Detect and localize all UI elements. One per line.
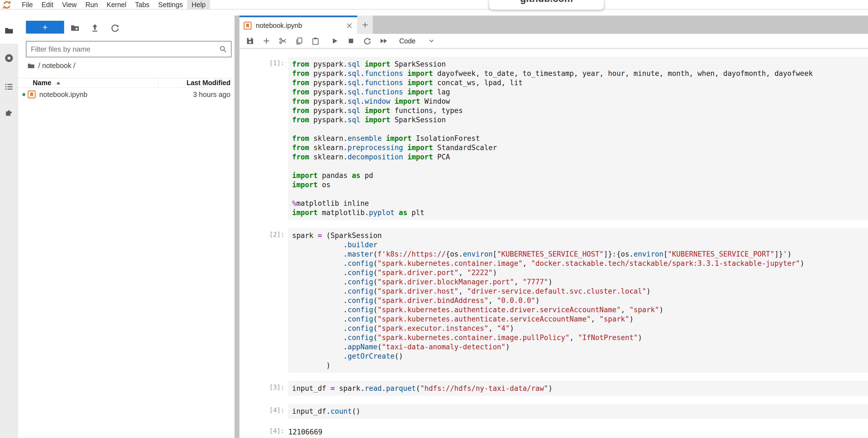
code-cell-input[interactable]: input_df = spark.read.parquet("hdfs://hd…: [288, 381, 868, 396]
modified-column-header[interactable]: Last Modified: [158, 79, 235, 87]
running-kernel-dot: [22, 93, 25, 96]
breadcrumb-path: / notebook /: [38, 61, 75, 70]
table-of-contents-icon[interactable]: [4, 82, 13, 91]
cell-output: [4]:12106669: [240, 425, 868, 437]
folder-icon[interactable]: [4, 26, 13, 35]
file-browser-panel: + / notebook / Name Last Modified: [18, 9, 235, 438]
tab-title: notebook.ipynb: [256, 22, 302, 29]
breadcrumb[interactable]: / notebook /: [27, 61, 75, 70]
filter-files-input[interactable]: [27, 45, 217, 54]
menu-item-kernel[interactable]: Kernel: [102, 0, 131, 9]
cell-input-prompt: [3]:: [240, 381, 288, 396]
search-icon: [219, 45, 227, 53]
tab-icon-slot: [240, 21, 252, 30]
paste-icon[interactable]: [311, 37, 319, 45]
sort-ascending-icon: [56, 81, 61, 85]
menu-item-run[interactable]: Run: [81, 0, 102, 9]
menu-item-file[interactable]: File: [18, 0, 37, 9]
notebook-cell: [3]:input_df = spark.read.parquet("hdfs:…: [240, 381, 868, 396]
file-row[interactable]: notebook.ipynb3 hours ago: [18, 87, 235, 101]
menu-item-edit[interactable]: Edit: [37, 0, 58, 9]
file-list: notebook.ipynb3 hours ago: [18, 87, 235, 101]
new-launcher-button[interactable]: +: [26, 21, 64, 34]
new-folder-icon[interactable]: [70, 23, 80, 32]
running-kernels-icon[interactable]: [4, 54, 13, 63]
cell-list: [1]:from pyspark.sql import SparkSession…: [240, 49, 868, 437]
cell-output-prompt: [4]:: [240, 425, 288, 437]
menu-item-settings[interactable]: Settings: [154, 0, 187, 9]
menu-item-help[interactable]: Help: [187, 0, 210, 9]
jupyterhub-logo-icon: [2, 0, 11, 9]
popup-origin-text: github.com: [489, 0, 604, 4]
upload-icon[interactable]: [90, 23, 99, 32]
home-folder-icon[interactable]: [27, 62, 35, 69]
notebook-toolbar: Code: [240, 34, 868, 49]
filter-box: [26, 41, 231, 57]
file-name: notebook.ipynb: [39, 90, 193, 99]
code-cell-input[interactable]: spark = (SparkSession .builder .master(f…: [288, 228, 868, 373]
menu-item-tabs[interactable]: Tabs: [131, 0, 154, 9]
menu-bar: FileEditViewRunKernelTabsSettingsHelp: [0, 0, 868, 9]
cut-icon[interactable]: [279, 37, 287, 45]
panel-splitter[interactable]: [235, 16, 240, 438]
notebook-icon: [243, 21, 252, 30]
extensions-icon[interactable]: [4, 108, 13, 117]
stop-icon[interactable]: [347, 37, 355, 45]
tab-notebook[interactable]: notebook.ipynb: [240, 16, 357, 34]
activity-bar: [0, 9, 18, 438]
name-column-header[interactable]: Name: [18, 79, 158, 87]
chevron-down-icon: [429, 39, 434, 43]
close-icon[interactable]: [346, 22, 353, 29]
code-cell-input[interactable]: input_df.count(): [288, 404, 868, 419]
cell-type-label: Code: [399, 37, 415, 45]
browser-popup: github.com: [489, 0, 604, 10]
cell-input-prompt: [2]:: [240, 228, 288, 373]
notebook-cell: [4]:input_df.count(): [240, 404, 868, 419]
plus-icon: [361, 21, 369, 29]
cell-type-dropdown[interactable]: Code: [399, 37, 434, 45]
save-icon[interactable]: [246, 37, 254, 45]
notebook-cell: [1]:from pyspark.sql import SparkSession…: [240, 57, 868, 220]
activity-bar-background: [0, 43, 18, 438]
notebook-cell: [2]:spark = (SparkSession .builder .mast…: [240, 228, 868, 373]
code-cell-input[interactable]: from pyspark.sql import SparkSessionfrom…: [288, 57, 868, 220]
tab-bar: notebook.ipynb: [240, 16, 868, 34]
name-column-label: Name: [33, 79, 51, 87]
main-dock-panel: notebook.ipynb: [240, 9, 868, 438]
run-icon[interactable]: [331, 37, 339, 45]
restart-kernel-icon[interactable]: [363, 37, 371, 45]
file-list-header: Name Last Modified: [18, 78, 235, 88]
menu-items: FileEditViewRunKernelTabsSettingsHelp: [18, 0, 210, 9]
add-tab-button[interactable]: [357, 16, 373, 34]
add-cell-icon[interactable]: [262, 37, 271, 45]
refresh-icon[interactable]: [111, 23, 120, 32]
menu-item-view[interactable]: View: [58, 0, 81, 9]
file-modified: 3 hours ago: [193, 90, 235, 99]
cell-input-prompt: [1]:: [240, 57, 288, 220]
cell-output-value: 12106669: [288, 425, 322, 437]
run-all-icon[interactable]: [380, 37, 388, 45]
notebook-icon: [27, 90, 36, 99]
cell-input-prompt: [4]:: [240, 404, 288, 419]
copy-icon[interactable]: [295, 37, 303, 45]
